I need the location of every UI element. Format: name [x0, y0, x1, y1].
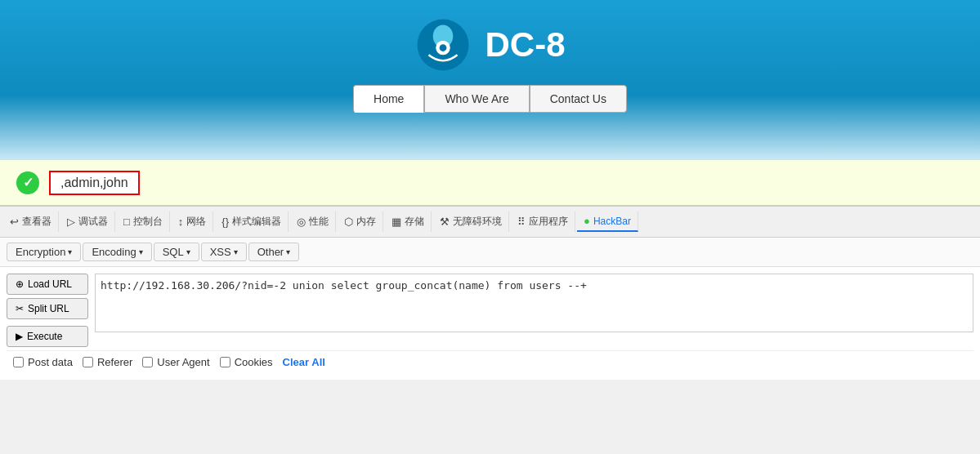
nav-item-who-we-are[interactable]: Who We Are — [424, 85, 529, 113]
site-title: DC-8 — [485, 25, 565, 65]
console-icon: □ — [123, 216, 130, 228]
user-agent-checkbox-group[interactable]: User Agent — [142, 356, 209, 368]
svg-point-3 — [440, 44, 447, 51]
a11y-icon: ⚒ — [440, 216, 450, 228]
site-header: DC-8 — [0, 0, 980, 73]
post-data-label: Post data — [28, 356, 73, 368]
encryption-menu[interactable]: Encryption — [7, 243, 81, 261]
devtools-tab-style[interactable]: {} 样式编辑器 — [215, 211, 289, 232]
sql-menu[interactable]: SQL — [154, 243, 199, 261]
devtools-tab-console[interactable]: □ 控制台 — [117, 211, 170, 232]
hackbar-content: ⊕ Load URL ✂ Split URL ▶ Execute — [0, 267, 980, 380]
devtools-area: ↩ 查看器 ▷ 调试器 □ 控制台 ↕ 网络 {} 样式编辑器 ◎ 性能 ⬡ 内… — [0, 205, 980, 380]
url-input[interactable] — [95, 274, 973, 332]
devtools-tab-accessibility[interactable]: ⚒ 无障碍环境 — [433, 211, 509, 232]
hackbar-globe-icon: ● — [584, 215, 590, 227]
perf-icon: ◎ — [297, 216, 306, 228]
cookies-label: Cookies — [235, 356, 273, 368]
encoding-menu[interactable]: Encoding — [83, 243, 151, 261]
other-menu[interactable]: Other — [248, 243, 300, 261]
nav-bar: Home Who We Are Contact Us — [0, 85, 980, 113]
devtools-tab-application[interactable]: ⠿ 应用程序 — [511, 211, 575, 232]
split-url-icon: ✂ — [16, 303, 24, 314]
network-icon: ↕ — [178, 216, 184, 228]
referer-checkbox-group[interactable]: Referer — [83, 356, 132, 368]
check-icon — [16, 171, 39, 194]
split-url-button[interactable]: ✂ Split URL — [7, 298, 88, 319]
cookies-checkbox[interactable] — [220, 357, 230, 367]
execute-icon: ▶ — [16, 331, 23, 342]
referer-checkbox[interactable] — [83, 357, 93, 367]
devtools-tab-debugger[interactable]: ▷ 调试器 — [60, 211, 115, 232]
devtools-tab-memory[interactable]: ⬡ 内存 — [338, 211, 383, 232]
hackbar-panel: Encryption Encoding SQL XSS Other ⊕ Load… — [0, 238, 980, 380]
hackbar-menu: Encryption Encoding SQL XSS Other — [0, 238, 980, 267]
style-icon: {} — [222, 216, 229, 228]
website-area: DC-8 Home Who We Are Contact Us — [0, 0, 980, 159]
hackbar-action-buttons: ⊕ Load URL ✂ Split URL ▶ Execute — [7, 274, 88, 347]
post-data-checkbox[interactable] — [13, 357, 24, 367]
load-url-button[interactable]: ⊕ Load URL — [7, 274, 88, 295]
devtools-tab-inspector[interactable]: ↩ 查看器 — [3, 211, 59, 232]
devtools-tab-hackbar[interactable]: ● HackBar — [577, 211, 638, 232]
cookies-checkbox-group[interactable]: Cookies — [220, 356, 273, 368]
user-agent-label: User Agent — [157, 356, 209, 368]
storage-icon: ▦ — [392, 216, 401, 228]
devtools-tab-network[interactable]: ↕ 网络 — [172, 211, 214, 232]
nav-item-contact-us[interactable]: Contact Us — [530, 85, 627, 113]
user-agent-checkbox[interactable] — [142, 357, 153, 367]
devtools-tab-performance[interactable]: ◎ 性能 — [290, 211, 336, 232]
drupal-logo — [414, 16, 472, 73]
nav-item-home[interactable]: Home — [353, 85, 424, 113]
hackbar-url-row: ⊕ Load URL ✂ Split URL ▶ Execute — [7, 274, 973, 347]
debugger-icon: ▷ — [67, 216, 75, 228]
devtools-tab-storage[interactable]: ▦ 存储 — [385, 211, 432, 232]
clear-all-button[interactable]: Clear All — [283, 356, 325, 368]
app-icon: ⠿ — [517, 216, 526, 228]
result-area: ,admin,john — [0, 159, 980, 205]
load-url-icon: ⊕ — [16, 278, 24, 290]
post-data-checkbox-group[interactable]: Post data — [13, 356, 73, 368]
execute-button[interactable]: ▶ Execute — [7, 326, 88, 347]
result-value: ,admin,john — [49, 171, 140, 195]
hackbar-bottom-row: Post data Referer User Agent Cookies Cle… — [7, 350, 973, 373]
xss-menu[interactable]: XSS — [201, 243, 247, 261]
memory-icon: ⬡ — [344, 216, 353, 228]
referer-label: Referer — [97, 356, 132, 368]
devtools-toolbar: ↩ 查看器 ▷ 调试器 □ 控制台 ↕ 网络 {} 样式编辑器 ◎ 性能 ⬡ 内… — [0, 207, 980, 238]
inspector-icon: ↩ — [10, 216, 19, 228]
